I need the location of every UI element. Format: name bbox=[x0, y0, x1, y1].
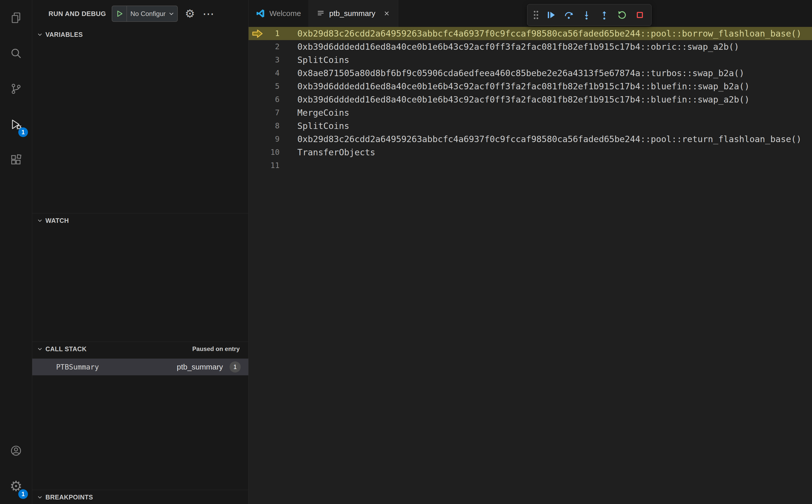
activity-bar-top: 1 bbox=[0, 0, 32, 178]
watch-label: WATCH bbox=[45, 217, 69, 224]
variables-label: VARIABLES bbox=[45, 31, 83, 38]
watch-section-header[interactable]: WATCH bbox=[32, 213, 248, 228]
run-debug-sidebar: RUN AND DEBUG No Configur ⚙ ⋯ bbox=[32, 0, 248, 504]
debug-stop-button[interactable] bbox=[632, 7, 648, 23]
activity-bar-bottom: ⚙ 1 bbox=[0, 433, 32, 504]
breakpoint-gutter[interactable] bbox=[248, 66, 266, 80]
tab-ptb-summary[interactable]: ptb_summary bbox=[309, 0, 398, 27]
debug-config-value: No Configur bbox=[127, 10, 168, 18]
launch-settings-gear-icon[interactable]: ⚙ bbox=[185, 8, 195, 19]
line-number: 5 bbox=[266, 80, 279, 93]
git-branch-icon bbox=[10, 83, 22, 95]
continue-icon bbox=[546, 10, 556, 20]
tab-welcome[interactable]: Welcome bbox=[248, 0, 309, 27]
breakpoint-gutter[interactable] bbox=[248, 106, 266, 119]
activity-item-run-debug[interactable]: 1 bbox=[0, 107, 32, 142]
step-out-icon bbox=[599, 10, 609, 20]
debug-continue-button[interactable] bbox=[543, 7, 559, 23]
code-text: MergeCoins bbox=[279, 106, 349, 119]
breakpoint-gutter[interactable] bbox=[248, 80, 266, 93]
debug-restart-button[interactable] bbox=[614, 7, 631, 23]
code-line-10[interactable]: 10 TransferObjects bbox=[248, 146, 812, 159]
debug-step-out-button[interactable] bbox=[596, 7, 613, 23]
code-line-5[interactable]: 5 0xb39d6dddedd16ed8a40ce0b1e6b43c92acf0… bbox=[248, 80, 812, 93]
code-line-2[interactable]: 2 0xb39d6dddedd16ed8a40ce0b1e6b43c92acf0… bbox=[248, 40, 812, 53]
breakpoint-gutter[interactable] bbox=[248, 53, 266, 66]
close-icon[interactable] bbox=[383, 10, 390, 17]
drag-grip-icon[interactable] bbox=[531, 7, 542, 23]
activity-item-extensions[interactable] bbox=[0, 142, 32, 178]
variables-section-header[interactable]: VARIABLES bbox=[32, 27, 248, 42]
breakpoint-gutter[interactable] bbox=[248, 132, 266, 146]
code-text: 0x8ae871505a80d8bf6bf9c05906cda6edfeea46… bbox=[279, 66, 744, 80]
chevron-down-icon bbox=[37, 217, 43, 224]
activity-item-search[interactable] bbox=[0, 36, 32, 71]
step-into-icon bbox=[582, 10, 592, 20]
variables-section: VARIABLES bbox=[32, 27, 248, 213]
breakpoints-section-header[interactable]: BREAKPOINTS bbox=[32, 490, 248, 504]
more-actions-icon[interactable]: ⋯ bbox=[203, 8, 215, 20]
code-line-4[interactable]: 4 0x8ae871505a80d8bf6bf9c05906cda6edfeea… bbox=[248, 66, 812, 80]
code-line-11[interactable]: 11 bbox=[248, 159, 812, 172]
watch-section: WATCH bbox=[32, 213, 248, 342]
step-over-icon bbox=[564, 10, 574, 20]
breakpoint-gutter[interactable] bbox=[248, 27, 266, 40]
debug-config-dropdown[interactable]: No Configur bbox=[112, 6, 178, 22]
breakpoints-label: BREAKPOINTS bbox=[45, 494, 93, 501]
debug-count-badge: 1 bbox=[18, 127, 28, 137]
code-editor[interactable]: 1 0xb29d83c26cdd2a64959263abbcfc4a6937f0… bbox=[248, 27, 812, 504]
debug-start-icon[interactable] bbox=[112, 6, 127, 21]
code-line-3[interactable]: 3 SplitCoins bbox=[248, 53, 812, 66]
stop-icon bbox=[635, 10, 645, 20]
tab-ptb-summary-label: ptb_summary bbox=[329, 9, 375, 18]
activity-item-explorer[interactable] bbox=[0, 0, 32, 36]
file-list-icon bbox=[316, 9, 325, 18]
activity-item-source-control[interactable] bbox=[0, 71, 32, 107]
activity-item-settings[interactable]: ⚙ 1 bbox=[0, 468, 32, 504]
code-line-8[interactable]: 8 SplitCoins bbox=[248, 119, 812, 132]
settings-count-badge: 1 bbox=[18, 489, 28, 499]
line-number: 8 bbox=[266, 119, 279, 132]
breakpoint-gutter[interactable] bbox=[248, 119, 266, 132]
debug-step-over-button[interactable] bbox=[560, 7, 577, 23]
code-line-1[interactable]: 1 0xb29d83c26cdd2a64959263abbcfc4a6937f0… bbox=[248, 27, 812, 40]
vscode-window: 1 ⚙ 1 bbox=[0, 0, 812, 504]
line-number: 3 bbox=[266, 53, 279, 66]
line-number: 11 bbox=[266, 159, 279, 172]
line-number: 10 bbox=[266, 146, 279, 159]
breakpoint-gutter[interactable] bbox=[248, 146, 266, 159]
breakpoint-gutter[interactable] bbox=[248, 40, 266, 53]
extensions-icon bbox=[10, 154, 22, 166]
line-number: 4 bbox=[266, 66, 279, 80]
editor-area: Welcome ptb_summary bbox=[248, 0, 812, 504]
vscode-logo-icon bbox=[256, 9, 265, 18]
code-text: 0xb39d6dddedd16ed8a40ce0b1e6b43c92acf0ff… bbox=[279, 93, 750, 106]
frame-name: PTBSummary bbox=[56, 363, 99, 371]
code-text: 0xb29d83c26cdd2a64959263abbcfc4a6937f0c9… bbox=[279, 27, 802, 40]
account-icon bbox=[10, 445, 22, 457]
breakpoint-gutter[interactable] bbox=[248, 93, 266, 106]
code-line-7[interactable]: 7 MergeCoins bbox=[248, 106, 812, 119]
call-stack-frame-row[interactable]: PTBSummary ptb_summary 1 bbox=[32, 359, 248, 375]
sidebar-header: RUN AND DEBUG No Configur ⚙ ⋯ bbox=[32, 0, 248, 27]
line-number: 2 bbox=[266, 40, 279, 53]
code-text bbox=[279, 159, 297, 172]
line-number: 7 bbox=[266, 106, 279, 119]
chevron-down-icon bbox=[37, 31, 43, 38]
chevron-down-icon bbox=[168, 10, 177, 17]
code-text: 0xb39d6dddedd16ed8a40ce0b1e6b43c92acf0ff… bbox=[279, 80, 750, 93]
line-number: 6 bbox=[266, 93, 279, 106]
sidebar-title: RUN AND DEBUG bbox=[48, 10, 106, 18]
line-number: 9 bbox=[266, 132, 279, 146]
debug-toolbar bbox=[527, 4, 652, 26]
breakpoint-gutter[interactable] bbox=[248, 159, 266, 172]
debug-step-into-button[interactable] bbox=[578, 7, 595, 23]
code-text: SplitCoins bbox=[279, 53, 349, 66]
call-stack-section: CALL STACK Paused on entry PTBSummary pt… bbox=[32, 342, 248, 490]
call-stack-section-header[interactable]: CALL STACK Paused on entry bbox=[32, 342, 248, 356]
code-line-9[interactable]: 9 0xb29d83c26cdd2a64959263abbcfc4a6937f0… bbox=[248, 132, 812, 146]
activity-item-account[interactable] bbox=[0, 433, 32, 468]
activity-bar: 1 ⚙ 1 bbox=[0, 0, 32, 504]
code-line-6[interactable]: 6 0xb39d6dddedd16ed8a40ce0b1e6b43c92acf0… bbox=[248, 93, 812, 106]
frame-file: ptb_summary bbox=[177, 363, 223, 371]
